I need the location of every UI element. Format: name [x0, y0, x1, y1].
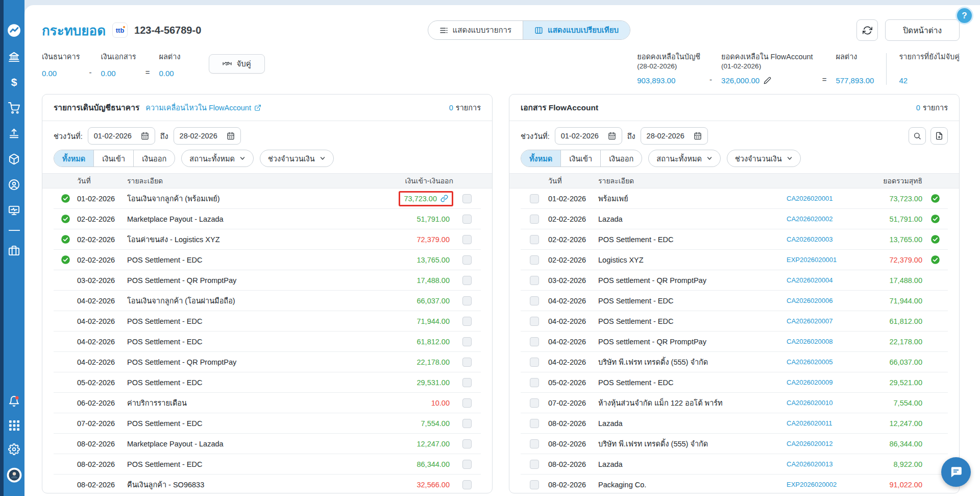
apps-icon[interactable]: [8, 419, 20, 431]
status-filter-dropdown[interactable]: สถานะทั้งหมด: [181, 150, 254, 167]
row-checkbox[interactable]: [530, 439, 539, 448]
row-checkbox[interactable]: [462, 398, 472, 408]
chat-support-button[interactable]: [941, 457, 971, 487]
bank-statement-row[interactable]: 08-02-2026POS Settlement - EDC86,344.00: [54, 454, 481, 475]
tab-all[interactable]: ทั้งหมด: [521, 150, 561, 167]
cart-icon[interactable]: [8, 102, 20, 114]
status-filter-dropdown[interactable]: สถานะทั้งหมด: [648, 150, 721, 167]
flowaccount-document-row[interactable]: 01-02-2026พร้อมเพย์CA202602000173,723.00: [521, 188, 948, 209]
document-number-link[interactable]: EXP2026020001: [787, 256, 862, 264]
row-checkbox[interactable]: [462, 439, 472, 448]
bank-statement-row[interactable]: 08-02-2026คืนเงินลูกค้า - SO9683332,566.…: [54, 475, 481, 493]
flowaccount-document-row[interactable]: 08-02-2026LazadaCA20260200138,922.00: [521, 454, 948, 475]
row-checkbox[interactable]: [530, 235, 539, 244]
flowaccount-movement-link[interactable]: ความเคลื่อนไหวใน FlowAccount: [145, 102, 261, 113]
flowaccount-document-row[interactable]: 08-02-2026บริษัท พี.เฟรท เทรดดิ้ง (555) …: [521, 434, 948, 454]
bank-statement-row[interactable]: 06-02-2026ค่าบริการรายเดือน10.00: [54, 393, 481, 413]
row-checkbox[interactable]: [462, 194, 472, 203]
row-checkbox[interactable]: [462, 337, 472, 346]
bank-statement-row[interactable]: 07-02-2026POS Settlement - EDC7,554.00: [54, 413, 481, 434]
bank-statement-row[interactable]: 04-02-2026POS Settlement - QR PromptPay2…: [54, 352, 481, 372]
document-number-link[interactable]: CA2026020012: [787, 440, 862, 447]
flowaccount-document-row[interactable]: 08-02-2026LazadaCA202602001112,247.00: [521, 413, 948, 434]
date-from-input[interactable]: 01-02-2026: [555, 127, 622, 145]
document-number-link[interactable]: CA2026020004: [787, 276, 862, 284]
document-number-link[interactable]: CA2026020005: [787, 358, 862, 366]
settings-icon[interactable]: [8, 443, 20, 455]
refresh-button[interactable]: [856, 19, 878, 41]
flowaccount-document-row[interactable]: 04-02-2026POS Settlement - EDCCA20260200…: [521, 311, 948, 332]
briefcase-icon[interactable]: [8, 245, 20, 256]
document-number-link[interactable]: CA2026020003: [787, 235, 862, 243]
row-checkbox[interactable]: [530, 276, 539, 285]
contacts-icon[interactable]: [8, 179, 20, 191]
row-checkbox[interactable]: [462, 419, 472, 428]
flowaccount-document-row[interactable]: 03-02-2026POS settlement - QR PromptPayC…: [521, 270, 948, 291]
row-checkbox[interactable]: [530, 358, 539, 367]
bank-statement-row[interactable]: 08-02-2026Marketplace Payout - Lazada12,…: [54, 434, 481, 454]
tab-money-out[interactable]: เงินออก: [601, 150, 642, 167]
bank-statement-row[interactable]: 02-02-2026โอนค่าขนส่ง - Logistics XYZ72,…: [54, 229, 481, 250]
row-checkbox[interactable]: [530, 215, 539, 224]
flowaccount-document-row[interactable]: 04-02-2026POS Settlement - EDCCA20260200…: [521, 291, 948, 311]
row-checkbox[interactable]: [462, 460, 472, 469]
document-number-link[interactable]: CA2026020011: [787, 419, 862, 427]
bank-statement-row[interactable]: 03-02-2026POS Settlement - QR PromptPay1…: [54, 270, 481, 291]
flowaccount-document-row[interactable]: 08-02-2026Packaging Co.EXP202602000291,0…: [521, 475, 948, 493]
link-icon[interactable]: [440, 195, 448, 202]
close-window-button[interactable]: ปิดหน้าต่าง: [885, 19, 960, 41]
flowaccount-document-row[interactable]: 02-02-2026POS Settlement - EDCCA20260200…: [521, 229, 948, 250]
tab-money-out[interactable]: เงินออก: [134, 150, 175, 167]
amount-range-dropdown[interactable]: ช่วงจำนวนเงิน: [260, 150, 334, 167]
document-number-link[interactable]: CA2026020002: [787, 215, 862, 223]
bell-icon[interactable]: [8, 395, 20, 407]
date-from-input[interactable]: 01-02-2026: [88, 127, 155, 145]
row-checkbox[interactable]: [530, 296, 539, 305]
row-checkbox[interactable]: [530, 194, 539, 203]
row-checkbox[interactable]: [530, 419, 539, 428]
row-checkbox[interactable]: [462, 296, 472, 305]
row-checkbox[interactable]: [530, 337, 539, 346]
amount-range-dropdown[interactable]: ช่วงจำนวนเงิน: [727, 150, 801, 167]
row-checkbox[interactable]: [462, 378, 472, 387]
help-button[interactable]: ?: [955, 7, 973, 25]
document-number-link[interactable]: CA2026020008: [787, 338, 862, 345]
row-checkbox[interactable]: [530, 378, 539, 387]
flowaccount-document-row[interactable]: 04-02-2026POS settlement - QR PromptPayC…: [521, 332, 948, 352]
row-checkbox[interactable]: [530, 317, 539, 326]
flowaccount-document-row[interactable]: 02-02-2026LazadaCA202602000251,791.00: [521, 209, 948, 229]
row-checkbox[interactable]: [462, 480, 472, 489]
money-icon[interactable]: $: [8, 77, 20, 88]
document-number-link[interactable]: CA2026020010: [787, 399, 862, 407]
document-number-link[interactable]: CA2026020009: [787, 379, 862, 386]
view-list-toggle[interactable]: แสดงแบบรายการ: [428, 21, 523, 39]
avatar[interactable]: [7, 467, 22, 483]
tab-all[interactable]: ทั้งหมด: [54, 150, 94, 167]
package-icon[interactable]: [8, 153, 20, 165]
row-checkbox[interactable]: [530, 460, 539, 469]
flowaccount-document-row[interactable]: 04-02-2026บริษัท พี.เฟรท เทรดดิ้ง (555) …: [521, 352, 948, 372]
row-checkbox[interactable]: [462, 235, 472, 244]
document-number-link[interactable]: CA2026020006: [787, 297, 862, 304]
flowaccount-document-row[interactable]: 07-02-2026ห้างหุ้นส่วนจำกัด แม็ก 122 ออโ…: [521, 393, 948, 413]
row-checkbox[interactable]: [462, 215, 472, 224]
document-number-link[interactable]: CA2026020007: [787, 317, 862, 325]
bank-statement-row[interactable]: 05-02-2026POS Settlement - EDC29,531.00: [54, 372, 481, 393]
edit-balance-icon[interactable]: [764, 77, 771, 84]
row-checkbox[interactable]: [462, 317, 472, 326]
match-button[interactable]: จับคู่: [209, 54, 264, 74]
reports-icon[interactable]: [8, 204, 20, 216]
document-number-link[interactable]: EXP2026020002: [787, 481, 862, 488]
view-compare-toggle[interactable]: แสดงแบบเปรียบเทียบ: [523, 21, 630, 39]
row-checkbox[interactable]: [462, 276, 472, 285]
bank-statement-row[interactable]: 01-02-2026โอนเงินจากลูกค้า (พร้อมเพย์)73…: [54, 188, 481, 209]
bank-statement-row[interactable]: 02-02-2026Marketplace Payout - Lazada51,…: [54, 209, 481, 229]
create-document-button[interactable]: [930, 127, 948, 145]
flowaccount-logo-icon[interactable]: [7, 23, 21, 37]
document-number-link[interactable]: CA2026020001: [787, 195, 862, 202]
date-to-input[interactable]: 28-02-2026: [174, 127, 241, 145]
row-checkbox[interactable]: [530, 480, 539, 489]
row-checkbox[interactable]: [530, 255, 539, 265]
bank-icon[interactable]: [8, 51, 20, 63]
row-checkbox[interactable]: [462, 255, 472, 265]
